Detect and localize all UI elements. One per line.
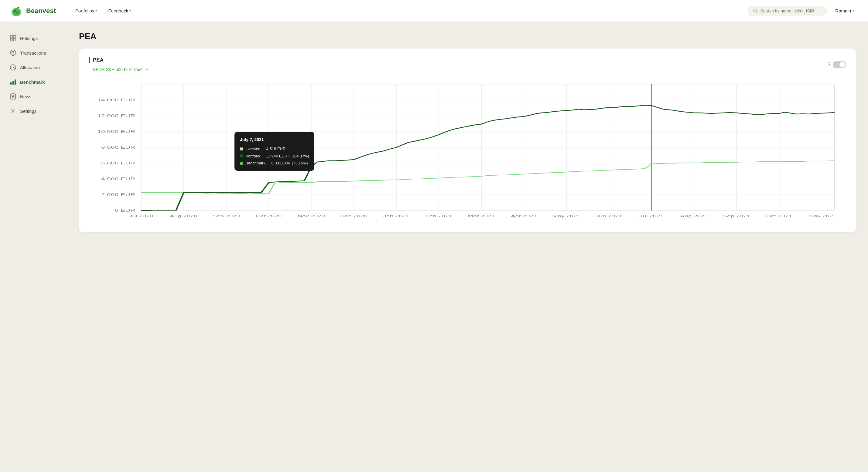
sidebar-item-holdings[interactable]: Holdings (5, 32, 62, 45)
search-box[interactable] (748, 6, 827, 16)
svg-text:Aug 2020: Aug 2020 (170, 214, 197, 218)
svg-point-1 (13, 9, 20, 15)
svg-text:6 000 EUR: 6 000 EUR (101, 161, 135, 165)
svg-text:Aug 2021: Aug 2021 (680, 214, 708, 218)
toggle-switch[interactable] (833, 61, 846, 68)
svg-text:Jul 2021: Jul 2021 (639, 214, 663, 218)
user-menu[interactable]: Romain ▾ (832, 6, 858, 15)
svg-text:Jan 2021: Jan 2021 (383, 214, 410, 218)
search-icon (753, 8, 758, 13)
page-title: PEA (79, 32, 856, 41)
pie-icon (10, 64, 17, 71)
grid-icon (10, 35, 17, 41)
svg-rect-11 (10, 82, 11, 85)
logo-icon (10, 4, 23, 18)
svg-text:Apr 2021: Apr 2021 (511, 214, 537, 218)
sidebar: Holdings Transactions Allocation Be (0, 22, 67, 472)
svg-text:4 000 EUR: 4 000 EUR (101, 177, 135, 181)
sidebar-item-benchmark[interactable]: Benchmark (5, 75, 62, 89)
currency-toggle[interactable]: $ (828, 61, 846, 68)
svg-line-5 (756, 12, 757, 13)
doc-icon (10, 93, 17, 100)
benchmark-line (141, 161, 835, 194)
svg-rect-7 (13, 35, 16, 38)
chart-title-section: PEA SPDR S&P 500 ETF Trust ✏ (89, 57, 149, 72)
svg-text:Sep 2020: Sep 2020 (213, 214, 240, 218)
benchmark-label-row: SPDR S&P 500 ETF Trust ✏ (89, 67, 149, 72)
svg-text:Oct 2020: Oct 2020 (256, 214, 282, 218)
coin-icon (10, 49, 17, 56)
logo-area[interactable]: Beanvest (10, 4, 56, 18)
svg-text:Jun 2021: Jun 2021 (596, 214, 622, 218)
nav-menu: Portfolios ▾ Feedback ▾ (70, 6, 748, 16)
header: Beanvest Portfolios ▾ Feedback ▾ Romain … (0, 0, 868, 22)
chart-portfolio-title: PEA (89, 57, 149, 63)
svg-text:Mar 2021: Mar 2021 (468, 214, 495, 218)
toggle-knob (839, 62, 845, 68)
svg-text:Nov 2020: Nov 2020 (298, 214, 325, 218)
svg-rect-6 (10, 35, 13, 38)
nav-feedback[interactable]: Feedback ▾ (103, 6, 136, 16)
search-input[interactable] (760, 8, 822, 13)
svg-text:2 000 EUR: 2 000 EUR (101, 193, 135, 197)
edit-benchmark-icon[interactable]: ✏ (145, 67, 149, 72)
benchmark-chart-svg: 0 EUR 2 000 EUR 4 000 EUR 6 000 EUR 8 00… (89, 77, 846, 223)
chart-icon (10, 78, 17, 85)
svg-rect-12 (12, 81, 14, 85)
svg-rect-9 (13, 38, 16, 41)
main-content: PEA PEA SPDR S&P 500 ETF Trust ✏ $ (67, 22, 868, 472)
svg-point-3 (17, 12, 18, 13)
user-chevron-icon: ▾ (853, 9, 855, 13)
svg-point-18 (12, 110, 14, 112)
app-name: Beanvest (26, 7, 56, 15)
svg-text:10 000 EUR: 10 000 EUR (97, 130, 135, 134)
svg-text:Feb 2021: Feb 2021 (425, 214, 452, 218)
sidebar-item-news[interactable]: News (5, 90, 62, 103)
sidebar-item-transactions[interactable]: Transactions (5, 46, 62, 60)
gear-icon (10, 108, 17, 114)
main-layout: Holdings Transactions Allocation Be (0, 22, 868, 472)
portfolios-chevron-icon: ▾ (95, 9, 97, 13)
svg-rect-13 (14, 79, 16, 85)
chart-container: 0 EUR 2 000 EUR 4 000 EUR 6 000 EUR 8 00… (89, 77, 846, 224)
svg-text:Sep 2021: Sep 2021 (723, 214, 750, 218)
svg-text:Dec 2020: Dec 2020 (340, 214, 368, 218)
benchmark-chart-card: PEA SPDR S&P 500 ETF Trust ✏ $ (79, 48, 856, 232)
svg-text:0 EUR: 0 EUR (115, 208, 135, 213)
chart-header: PEA SPDR S&P 500 ETF Trust ✏ $ (89, 57, 846, 72)
feedback-chevron-icon: ▾ (129, 9, 131, 13)
benchmark-name: SPDR S&P 500 ETF Trust (93, 67, 143, 72)
sidebar-item-allocation[interactable]: Allocation (5, 61, 62, 74)
svg-text:Jul 2020: Jul 2020 (129, 214, 153, 218)
svg-rect-8 (10, 38, 13, 41)
user-name: Romain (835, 8, 851, 13)
nav-portfolios[interactable]: Portfolios ▾ (70, 6, 102, 16)
svg-point-2 (14, 10, 16, 12)
header-right: Romain ▾ (748, 6, 858, 16)
currency-symbol: $ (828, 62, 830, 67)
svg-text:8 000 EUR: 8 000 EUR (101, 145, 135, 149)
svg-text:May 2021: May 2021 (553, 214, 581, 218)
svg-text:Oct 2021: Oct 2021 (766, 214, 793, 218)
svg-text:Nov 2021: Nov 2021 (809, 214, 836, 218)
sidebar-item-settings[interactable]: Settings (5, 104, 62, 118)
svg-text:14 000 EUR: 14 000 EUR (97, 98, 135, 102)
svg-text:12 000 EUR: 12 000 EUR (97, 114, 135, 118)
